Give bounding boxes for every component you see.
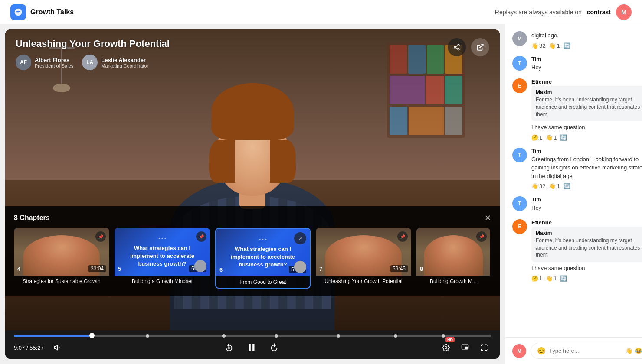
chat-avatar-3: E <box>512 78 527 93</box>
pip-button[interactable] <box>458 341 472 354</box>
total-time: 55:27 <box>29 344 44 351</box>
chat-username-4: Tim <box>531 148 642 154</box>
chat-message-2: T Tim Hey <box>512 56 642 72</box>
chat-content-1: digital age. 👋 32 👋 1 🔄 <box>531 31 570 49</box>
chat-content-6: Etienne Maxim For me, it's been understa… <box>531 219 642 282</box>
video-presenters: AF Albert Flores President of Sales LA L… <box>16 55 170 70</box>
chapter-7-pin-icon: 📌 <box>397 231 408 242</box>
chapters-close-button[interactable]: ✕ <box>485 213 491 223</box>
svg-rect-10 <box>253 344 255 351</box>
forward-button[interactable] <box>267 341 281 354</box>
chat-reactions-4: 👋 32 👋 1 🔄 <box>531 183 642 189</box>
reaction-4-1[interactable]: 👋 32 <box>531 183 545 189</box>
chat-input-box: 😊 👋 😂 🔥 <box>531 343 642 359</box>
reaction-6-2[interactable]: 👋 1 <box>546 275 557 282</box>
svg-text:10: 10 <box>228 347 231 349</box>
chat-quote-author-6: Maxim <box>536 230 642 236</box>
app-logo-icon <box>10 4 26 20</box>
chapter-5-avatar <box>194 260 206 272</box>
chapter-7-duration: 59:45 <box>390 265 408 272</box>
chat-username-3: Etienne <box>531 78 642 85</box>
main-content: Unleashing Your Growth Potential AF Albe… <box>0 24 642 364</box>
chat-message-4: T Tim Greetings from London! Looking for… <box>512 148 642 190</box>
video-controls: 9:07 / 55:27 10 <box>5 330 500 359</box>
share-button[interactable] <box>448 38 466 56</box>
controls-left: 9:07 / 55:27 <box>14 341 65 354</box>
app-title: Growth Talks <box>30 8 74 16</box>
rewind-button[interactable]: 10 <box>222 341 236 354</box>
presenter-1-role: President of Sales <box>35 63 73 68</box>
chat-quote-text-6: For me, it's been understanding my targe… <box>536 237 642 259</box>
volume-button[interactable] <box>51 341 65 354</box>
chapters-overlay: 8 Chapters ✕ 4 33:04 📌 <box>5 206 500 296</box>
chapter-5-label: Building a Growth Mindset <box>115 276 210 287</box>
chapter-6-question: What strategies can I implement to accel… <box>221 245 305 269</box>
emoji-laugh-icon[interactable]: 😂 <box>635 348 642 354</box>
chat-username-5: Tim <box>531 196 541 203</box>
chapter-thumb-8: 8 📌 <box>416 228 490 276</box>
emoji-wave-icon[interactable]: 👋 <box>626 348 632 354</box>
svg-point-3 <box>458 49 459 50</box>
chat-input-area: M 😊 👋 😂 🔥 <box>505 337 642 364</box>
fullscreen-button[interactable] <box>477 341 491 354</box>
pause-button[interactable] <box>245 341 259 354</box>
controls-row: 9:07 / 55:27 10 <box>14 341 491 354</box>
chat-text-2: Hey <box>531 63 541 72</box>
reaction-6-1[interactable]: 🤔 1 <box>531 275 542 282</box>
chapter-card-5[interactable]: • • • What strategies can I implement to… <box>115 228 210 289</box>
reaction-3-3[interactable]: 🔄 <box>560 134 567 141</box>
chat-reactions-1: 👋 32 👋 1 🔄 <box>531 42 570 49</box>
chapter-5-number: 5 <box>118 266 121 272</box>
chapter-marker-2 <box>146 334 149 338</box>
chat-text-5: Hey <box>531 204 541 212</box>
chapter-7-label: Unleashing Your Growth Potential <box>316 276 411 287</box>
chat-emoji-face-icon: 😊 <box>537 347 546 355</box>
nav-right-area: Replays are always available on contrast… <box>495 4 632 20</box>
chapter-4-pin-icon: 📌 <box>95 231 106 242</box>
reaction-4-3[interactable]: 🔄 <box>563 183 570 189</box>
reaction-3-2[interactable]: 👋 1 <box>546 134 557 141</box>
video-area[interactable]: Unleashing Your Growth Potential AF Albe… <box>5 29 500 330</box>
chat-input-avatar: M <box>512 344 526 358</box>
chat-content-4: Tim Greetings from London! Looking forwa… <box>531 148 642 190</box>
chapter-card-7[interactable]: 7 59:45 📌 Unleashing Your Growth Potenti… <box>316 228 411 289</box>
chapter-card-8[interactable]: 8 📌 Building Growth M... <box>416 228 490 289</box>
reaction-6-3[interactable]: 🔄 <box>560 275 567 282</box>
reaction-3-1[interactable]: 🤔 1 <box>531 134 542 141</box>
chat-message-5: T Tim Hey <box>512 196 642 212</box>
nav-replay-text: Replays are always available on <box>495 9 582 16</box>
svg-line-6 <box>480 44 483 48</box>
settings-button[interactable] <box>439 341 453 354</box>
chapter-card-6[interactable]: • • • What strategies can I implement to… <box>215 228 311 289</box>
reaction-1-1[interactable]: 👋 32 <box>531 42 545 49</box>
presenter-2-info: Leslie Alexander Marketing Coordinator <box>101 57 148 68</box>
progress-bar[interactable] <box>14 335 491 337</box>
svg-line-4 <box>456 48 458 49</box>
chapter-6-share-icon[interactable]: ↗ <box>294 232 306 244</box>
top-nav: Growth Talks Replays are always availabl… <box>0 0 642 24</box>
chat-message-3: E Etienne Maxim For me, it's been unders… <box>512 78 642 141</box>
svg-rect-13 <box>465 347 468 349</box>
reaction-1-3[interactable]: 🔄 <box>563 42 570 49</box>
chapter-marker-6 <box>394 334 397 338</box>
chat-messages: M digital age. 👋 32 👋 1 🔄 T Tim Hey <box>505 24 642 337</box>
chapter-marker-5 <box>337 334 340 338</box>
chapter-card-4[interactable]: 4 33:04 📌 Strategies for Sustainable Gro… <box>14 228 109 289</box>
user-avatar[interactable]: M <box>616 4 632 20</box>
chat-reactions-3: 🤔 1 👋 1 🔄 <box>531 134 642 141</box>
chat-avatar-4: T <box>512 148 527 162</box>
video-top-actions <box>448 38 489 56</box>
progress-fill <box>14 335 92 337</box>
chapter-marker-7 <box>442 334 445 338</box>
chat-input-field[interactable] <box>549 348 622 354</box>
external-link-button[interactable] <box>471 38 489 56</box>
svg-point-0 <box>15 8 22 16</box>
chapter-marker-3 <box>222 334 226 338</box>
reaction-1-2[interactable]: 👋 1 <box>549 42 560 49</box>
chapters-scroll[interactable]: 4 33:04 📌 Strategies for Sustainable Gro… <box>14 228 491 289</box>
reaction-4-2[interactable]: 👋 1 <box>549 183 560 189</box>
chapter-5-pin-icon: 📌 <box>196 231 206 242</box>
chat-quote-author-3: Maxim <box>536 89 642 95</box>
chat-after-quote-text-6: I have same question <box>531 264 642 273</box>
chapter-marker-1 <box>90 334 94 338</box>
